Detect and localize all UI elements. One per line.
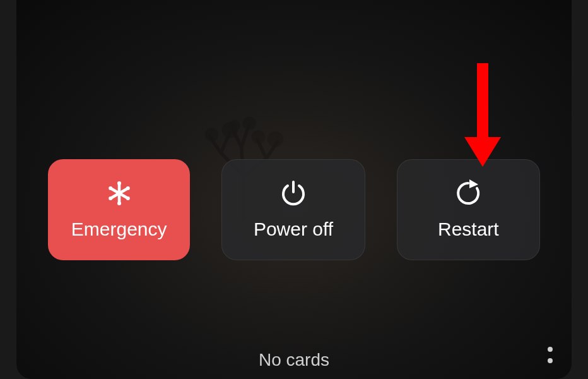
emergency-button[interactable]: Emergency [48, 159, 190, 260]
bottom-bar: No cards [16, 350, 572, 370]
svg-point-5 [229, 120, 240, 131]
medical-asterisk-icon [105, 179, 133, 207]
svg-point-0 [205, 128, 219, 141]
svg-point-3 [268, 131, 283, 147]
power-off-button[interactable]: Power off [221, 159, 365, 260]
svg-point-4 [252, 130, 266, 144]
dot-icon [548, 358, 553, 363]
power-menu-screen: Emergency Power off Restart No cards [16, 0, 572, 379]
no-cards-label: No cards [259, 350, 329, 370]
svg-point-14 [126, 186, 129, 190]
more-options-button[interactable] [543, 342, 558, 368]
power-off-label: Power off [254, 219, 333, 240]
svg-point-9 [117, 181, 121, 185]
restart-label: Restart [438, 219, 499, 240]
svg-point-11 [109, 186, 112, 190]
power-icon [279, 179, 307, 207]
restart-button[interactable]: Restart [397, 159, 540, 260]
svg-point-2 [242, 116, 256, 130]
svg-point-10 [117, 202, 121, 205]
restart-icon [454, 179, 482, 207]
power-button-row: Emergency Power off Restart [48, 159, 540, 260]
dot-icon [548, 347, 553, 352]
svg-point-12 [126, 196, 129, 200]
emergency-label: Emergency [71, 219, 167, 240]
svg-point-13 [109, 196, 112, 200]
